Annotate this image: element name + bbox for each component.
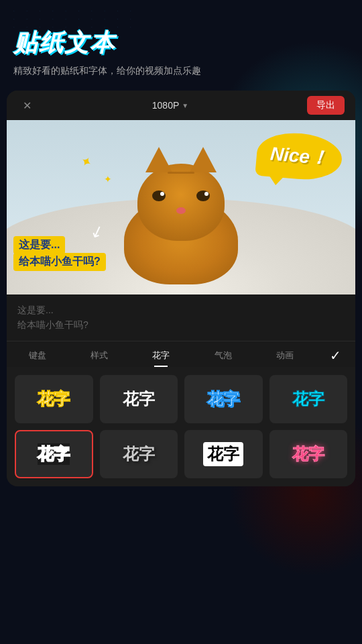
phone-header: ✕ 1080P ▼ 导出 bbox=[7, 91, 355, 120]
tab-style-label: 样式 bbox=[90, 350, 108, 362]
resolution-value: 1080P bbox=[152, 100, 179, 111]
tab-style[interactable]: 样式 bbox=[82, 347, 116, 364]
chevron-down-icon: ▼ bbox=[182, 102, 188, 109]
promo-section: 贴纸文本 精致好看的贴纸和字体，给你的视频加点乐趣 bbox=[0, 0, 362, 91]
font-card-8[interactable]: 花字 bbox=[269, 430, 348, 478]
export-button[interactable]: 导出 bbox=[307, 96, 345, 115]
tab-huazi[interactable]: 花字 bbox=[144, 347, 178, 364]
font-card-6[interactable]: 花字 bbox=[100, 430, 178, 478]
tab-bubble-label: 气泡 bbox=[215, 350, 232, 362]
confirm-check-icon[interactable]: ✓ bbox=[330, 347, 341, 364]
cat-ear-left bbox=[145, 147, 172, 172]
font-card-4[interactable]: 花字 bbox=[269, 375, 348, 423]
close-button[interactable]: ✕ bbox=[17, 96, 36, 115]
font-card-4-text: 花字 bbox=[292, 388, 324, 410]
promo-title: 贴纸文本 bbox=[13, 27, 349, 60]
tabs-bar: 键盘 样式 花字 气泡 动画 ✓ bbox=[7, 341, 355, 367]
font-card-6-text: 花字 bbox=[123, 443, 155, 465]
text-input-line-2[interactable]: 给本喵小鱼干吗? bbox=[17, 317, 345, 332]
video-text-overlay-1[interactable]: 这是要... bbox=[13, 236, 65, 254]
eye-shine-left bbox=[160, 192, 164, 196]
font-card-2[interactable]: 花字 bbox=[100, 375, 178, 423]
font-card-5[interactable]: 花字 bbox=[15, 430, 93, 478]
tab-animation-label: 动画 bbox=[276, 350, 294, 362]
font-card-7[interactable]: 花字 bbox=[184, 430, 263, 478]
text-input-area: 这是要... 给本喵小鱼干吗? bbox=[7, 294, 355, 341]
cat-eye-left bbox=[152, 191, 166, 201]
font-card-7-text: 花字 bbox=[203, 442, 243, 466]
video-canvas: Nice！ ✦ ✦ ↙ 这是要... 给本喵小鱼干吗? bbox=[7, 120, 355, 294]
nice-sticker-text: Nice！ bbox=[269, 143, 330, 168]
tab-keyboard-label: 键盘 bbox=[29, 350, 46, 362]
font-card-1-text: 花字 bbox=[38, 388, 70, 410]
font-card-3[interactable]: 花字 bbox=[184, 375, 263, 423]
tab-bubble[interactable]: 气泡 bbox=[206, 347, 240, 364]
font-style-grid: 花字 花字 花字 花字 花字 花字 花字 花字 bbox=[7, 367, 355, 486]
font-card-3-text: 花字 bbox=[207, 388, 239, 410]
cat-figure bbox=[117, 157, 245, 284]
cat-ear-right bbox=[190, 147, 217, 172]
cat-forehead-stripe bbox=[168, 172, 194, 174]
cat-head bbox=[137, 164, 225, 241]
resolution-selector[interactable]: 1080P ▼ bbox=[152, 100, 191, 111]
cat-eye-right bbox=[196, 191, 210, 201]
eye-shine-right bbox=[204, 192, 208, 196]
font-card-5-text: 花字 bbox=[38, 443, 70, 465]
video-text-overlay-2[interactable]: 给本喵小鱼干吗? bbox=[13, 253, 106, 271]
tab-huazi-label: 花字 bbox=[152, 350, 170, 362]
font-card-1[interactable]: 花字 bbox=[15, 375, 93, 423]
phone-mockup: ✕ 1080P ▼ 导出 bbox=[7, 91, 355, 486]
sparkle-icon-2: ✦ bbox=[104, 174, 112, 184]
cat-nose bbox=[176, 207, 186, 214]
font-card-2-text: 花字 bbox=[123, 388, 155, 410]
font-card-8-text: 花字 bbox=[292, 443, 324, 465]
promo-subtitle: 精致好看的贴纸和字体，给你的视频加点乐趣 bbox=[13, 65, 349, 77]
text-input-line-1[interactable]: 这是要... bbox=[17, 303, 345, 317]
tab-keyboard[interactable]: 键盘 bbox=[21, 347, 54, 364]
video-frame: Nice！ ✦ ✦ ↙ 这是要... 给本喵小鱼干吗? bbox=[7, 120, 355, 294]
tab-animation[interactable]: 动画 bbox=[268, 347, 302, 364]
